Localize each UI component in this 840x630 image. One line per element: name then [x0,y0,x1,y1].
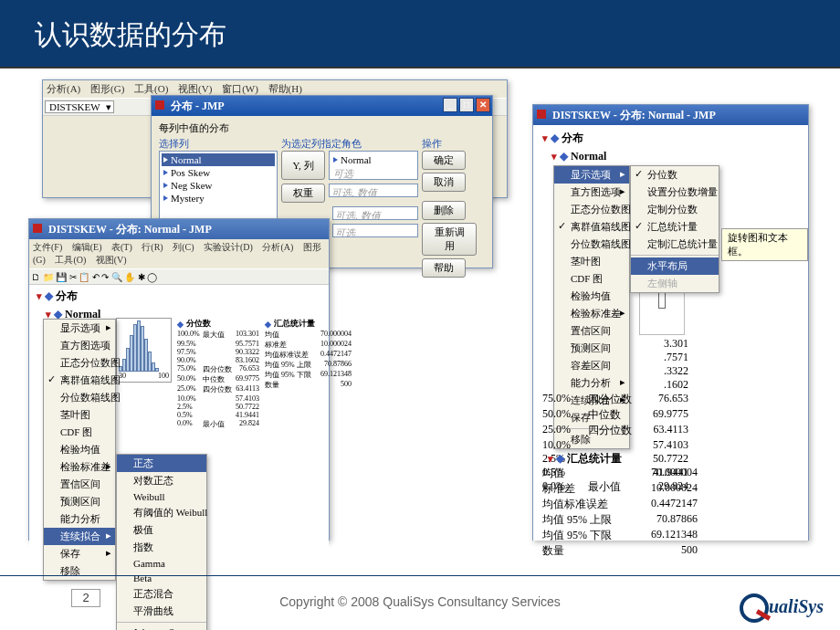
footer: 2 Copyright © 2008 QualiSys Consultancy … [0,575,840,630]
col-neg-skew[interactable]: Neg Skew [162,179,275,192]
ctx-item[interactable]: 能力分析 [44,510,115,528]
ctx-item[interactable]: 离群值箱线图 [44,372,115,389]
dist-report-window-left: DISTSKEW - 分布: Normal - JMP 文件(F) 编辑(E) … [28,218,330,541]
quantiles-head[interactable]: 分位数 [186,318,211,330]
m-table[interactable]: 表(T) [111,242,132,252]
m-too[interactable]: 工具(O) [55,255,86,265]
dialog-header: 每列中值的分布 [159,121,485,135]
ctx-item[interactable]: 检验均值 [554,288,629,305]
app2-menubar[interactable]: 文件(F) 编辑(E) 表(T) 行(R) 列(C) 实验设计(D) 分析(A)… [29,239,329,268]
ctx-item[interactable]: CDF 图 [44,424,115,441]
col-normal[interactable]: Normal [162,153,275,166]
ctx-item[interactable]: 显示选项 [44,320,115,337]
y-column-button[interactable]: Y, 列 [281,151,325,180]
ctx-item[interactable]: 检验均值 [44,441,115,458]
ctx-item[interactable]: 离群值箱线图 [554,218,629,236]
slot-4[interactable]: 可选 [332,224,418,237]
menu-tools[interactable]: 工具(O) [134,83,168,94]
ctx-left-axis-disabled: 左侧轴 [631,275,719,292]
app2-title: DISTSKEW - 分布: Normal - JMP [48,223,212,236]
ctx-item[interactable]: 分位数箱线图 [44,389,115,406]
ctx-item[interactable]: 检验标准差 [554,305,629,322]
ctx-item[interactable]: 置信区间 [44,476,115,493]
menu-help[interactable]: 帮助(H) [268,83,302,94]
ctx-menu-var-left[interactable]: 显示选项直方图选项正态分位数图离群值箱线图分位数箱线图茎叶图CDF 图检验均值检… [43,319,116,581]
logo-q-icon [740,593,769,623]
weight-slot[interactable]: 可选, 数值 [329,184,418,197]
app2-toolbar[interactable]: 🗋 📁 💾 ✂ 📋 ↶ ↷ 🔍 ✋ ✱ ◯ [29,268,329,285]
menu-view[interactable]: 视图(V) [178,83,212,94]
dialog-titlebar[interactable]: 分布 - JMP _ □ ✕ [152,96,492,116]
ctx-item[interactable]: 正态分位数图 [554,201,629,218]
ctx-item[interactable]: 茎叶图 [44,406,115,424]
columns-list[interactable]: Normal Pos Skew Neg Skew Mystery [159,151,278,219]
app3-titlebar[interactable]: DISTSKEW - 分布: Normal - JMP [533,105,808,125]
ctx-fit-item[interactable]: 指数 [117,539,206,556]
m-doe[interactable]: 实验设计(D) [204,242,253,252]
ctx-item[interactable]: 正态分位数图 [44,354,115,372]
help-button[interactable]: 帮助 [422,258,466,278]
ctx-display-item[interactable]: 定制汇总统计量 [631,236,719,253]
ctx-item[interactable]: 分位数箱线图 [554,236,629,253]
cancel-button[interactable]: 取消 [422,173,466,192]
col-mystery[interactable]: Mystery [162,192,275,205]
menu-analyze[interactable]: 分析(A) [47,83,80,94]
copyright: Copyright © 2008 QualiSys Consultancy Se… [0,594,840,609]
col-pos-skew[interactable]: Pos Skew [162,166,275,179]
close-icon[interactable]: ✕ [476,98,490,112]
ctx-horizontal-layout[interactable]: 水平布局 [631,257,719,275]
m-col[interactable]: 列(C) [173,242,194,252]
m-edit[interactable]: 编辑(E) [72,242,102,252]
ctx-fit-item[interactable]: 对数正态 [117,472,206,489]
app2-root[interactable]: 分布 [56,289,78,304]
slide-title: 认识数据的分布 [0,0,840,68]
y-role-list[interactable]: Normal 可选 [329,151,418,180]
menu-window[interactable]: 窗口(W) [222,83,258,94]
ctx-fit-item[interactable]: 有阈值的 Weibull [117,504,206,521]
maximize-icon[interactable]: □ [459,98,474,112]
ctx-item[interactable]: 保存 [44,545,115,562]
app3-var[interactable]: Normal [571,150,606,163]
ctx-fit-item[interactable]: Gamma [117,556,206,571]
summ-head-3[interactable]: 汇总统计量 [567,451,622,467]
recall-button[interactable]: 重新调用 [422,223,477,256]
m-ana[interactable]: 分析(A) [262,242,293,252]
dist-report-window-right: DISTSKEW - 分布: Normal - JMP ▾◆分布 ▾◆Norma… [532,104,809,541]
ctx-display-item[interactable]: 定制分位数 [631,201,719,218]
ctx-display-item[interactable]: 汇总统计量 [631,218,719,236]
ok-button[interactable]: 确定 [422,151,466,170]
ctx-item[interactable]: 检验标准差 [44,458,115,476]
menu-graph[interactable]: 图形(G) [90,83,124,94]
weight-button[interactable]: 权重 [281,184,325,203]
select-cols-label: 选择列 [159,137,278,151]
app2-titlebar[interactable]: DISTSKEW - 分布: Normal - JMP [29,219,329,239]
action-label: 操作 [422,137,477,151]
ctx-fit-item[interactable]: Weibull [117,489,206,504]
app3-root[interactable]: 分布 [562,131,583,146]
logo: ualiSys [740,593,824,623]
ctx-display-item[interactable]: 设置分位数增量 [631,184,719,201]
m-row[interactable]: 行(R) [142,242,163,252]
slot-3[interactable]: 可选, 数值 [332,206,418,220]
dialog-title: 分布 - JMP [171,100,225,112]
role-label: 为选定列指定角色 [281,137,418,151]
ctx-item[interactable]: 预测区间 [44,493,115,510]
ctx-item[interactable]: 茎叶图 [554,253,629,270]
ctx-item[interactable]: 直方图选项 [44,337,115,354]
ctx-item-continuous-fit[interactable]: 连续拟合 [44,528,115,545]
tooltip-rotate: 旋转图和文本框。 [721,228,808,261]
ctx-submenu-display[interactable]: 分位数设置分位数增量定制分位数汇总统计量定制汇总统计量水平布局左侧轴 [630,165,719,293]
minimize-icon[interactable]: _ [443,98,457,112]
ctx-fit-item[interactable]: 正态 [117,455,206,472]
ctx-fit-item[interactable]: 极值 [117,521,206,539]
m-vie[interactable]: 视图(V) [96,255,127,265]
ctx-display-item[interactable]: 分位数 [631,166,719,184]
dataset-combo[interactable]: DISTSKEW▾ [45,100,114,113]
ctx-item[interactable]: 直方图选项 [554,184,629,201]
ctx-display-options[interactable]: 显示选项 [554,166,629,184]
summ-head[interactable]: 汇总统计量 [274,318,315,330]
delete-button[interactable]: 删除 [422,201,466,220]
m-file[interactable]: 文件(F) [33,242,62,252]
app3-title: DISTSKEW - 分布: Normal - JMP [552,109,716,121]
ctx-item[interactable]: CDF 图 [554,270,629,288]
